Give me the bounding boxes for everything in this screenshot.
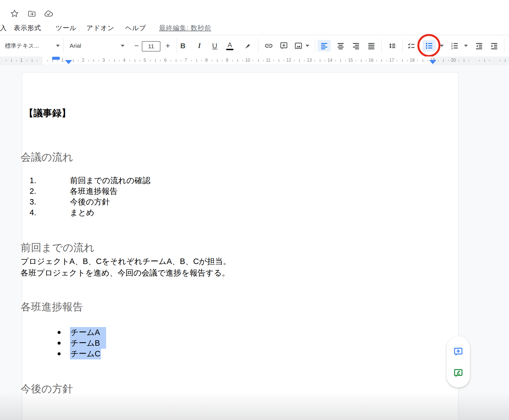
ruler-tick: [181, 60, 181, 61]
insert-image-dropdown[interactable]: [303, 40, 312, 52]
ruler-tick: [57, 60, 58, 61]
align-center-button[interactable]: [334, 40, 347, 52]
first-line-indent-marker[interactable]: [52, 57, 60, 60]
ruler-tick: [88, 60, 89, 61]
numbered-list-button[interactable]: 1 2 3: [448, 40, 461, 52]
selected-list-text: チームA: [70, 327, 101, 338]
align-right-button[interactable]: [349, 40, 363, 52]
right-indent-marker[interactable]: [429, 60, 436, 64]
add-comment-button[interactable]: [277, 40, 290, 52]
ruler-tick: [397, 60, 397, 61]
font-size-input[interactable]: 11: [142, 41, 160, 52]
ruler-tick: [361, 59, 361, 62]
numbered-list-dropdown[interactable]: [462, 40, 470, 52]
list-text: 今後の方針: [70, 197, 110, 208]
ruler-tick: [464, 59, 464, 62]
ruler-tick: [500, 60, 500, 61]
ruler-tick: [119, 60, 120, 61]
list-number: 2.: [22, 187, 36, 196]
paragraph-line: 各班プロジェクトを進め、今回の会議で進捗を報告する。: [21, 267, 230, 279]
checklist-button[interactable]: [405, 40, 418, 52]
ruler-tick: [237, 59, 238, 62]
add-comment-icon: [280, 42, 288, 50]
heading-future-policy: 今後の方針: [21, 382, 73, 396]
list-number: 1.: [22, 176, 36, 185]
ruler-tick: [479, 60, 480, 61]
decrease-indent-button[interactable]: [473, 40, 486, 52]
side-action-pill: [446, 336, 470, 388]
text-color-button[interactable]: A: [223, 40, 236, 52]
suggest-edits-button[interactable]: [453, 368, 463, 378]
insert-link-button[interactable]: [262, 40, 275, 52]
bold-button[interactable]: B: [176, 40, 190, 52]
heading-previous-flow: 前回までの流れ: [21, 241, 95, 255]
google-docs-window: 入 表示形式 ツール アドオン ヘルプ 最終編集: 数秒前 標準テキス... A…: [0, 0, 509, 420]
ruler-tick: [315, 60, 315, 61]
align-left-icon: [320, 42, 328, 50]
ruler-tick: [6, 60, 7, 61]
ruler-tick: [150, 60, 151, 61]
ruler-tick: [448, 60, 449, 61]
ruler-tick: [212, 60, 212, 61]
plus-icon: +: [166, 41, 170, 50]
ruler-tick: [98, 60, 99, 61]
ruler-tick: [140, 60, 140, 61]
paragraph-style-dropdown[interactable]: 標準テキス...: [5, 40, 60, 52]
add-comment-side-button[interactable]: [453, 347, 463, 357]
selected-list-text: チームC: [70, 348, 101, 359]
ruler-tick: [37, 60, 37, 61]
ruler-tick: [484, 59, 485, 62]
list-number: 4.: [22, 208, 36, 217]
align-justify-button[interactable]: [365, 40, 378, 52]
menu-help[interactable]: ヘルプ: [125, 24, 146, 32]
move-folder-button[interactable]: [26, 8, 37, 19]
minus-icon: −: [134, 41, 139, 50]
toolbar-divider: [402, 38, 403, 53]
ruler-number: 12: [283, 58, 294, 63]
chevron-down-icon: [440, 45, 444, 47]
font-dropdown[interactable]: Arial: [70, 40, 125, 52]
last-edit-link[interactable]: 最終編集: 数秒前: [159, 24, 211, 32]
menu-format[interactable]: 表示形式: [14, 24, 41, 32]
ruler-number: 11: [263, 58, 274, 63]
align-left-button[interactable]: [318, 40, 331, 52]
menu-insert-partial[interactable]: 入: [0, 24, 7, 32]
ruler-tick: [217, 59, 217, 62]
ruler-tick: [171, 60, 171, 61]
ruler-tick: [191, 60, 192, 61]
chevron-down-icon: [121, 45, 125, 47]
image-icon: [294, 42, 302, 50]
toolbar-divider: [315, 38, 315, 53]
align-right-icon: [352, 42, 360, 50]
left-indent-marker[interactable]: [65, 60, 72, 64]
ruler-number: 10: [242, 58, 253, 63]
ruler-tick: [284, 60, 284, 61]
list-number: 3.: [22, 197, 36, 206]
increase-indent-button[interactable]: [488, 40, 501, 52]
line-spacing-button[interactable]: [386, 40, 399, 52]
underline-button[interactable]: U: [208, 40, 221, 52]
ruler-number: 2: [78, 58, 89, 63]
highlight-button[interactable]: [240, 40, 253, 52]
ruler-tick: [469, 60, 469, 61]
menu-addons[interactable]: アドオン: [86, 24, 114, 32]
insert-image-button[interactable]: [292, 40, 305, 52]
toolbar-divider: [63, 38, 64, 53]
cloud-status-button[interactable]: [43, 8, 54, 19]
list-text: 各班進捗報告: [70, 186, 118, 197]
list-item: 4. まとめ: [22, 207, 241, 218]
text-color-icon: A: [228, 42, 232, 48]
suggest-edit-icon: [453, 368, 463, 378]
font-size-decrease-button[interactable]: −: [130, 40, 143, 52]
menu-tools[interactable]: ツール: [56, 24, 77, 32]
list-item: 2. 各班進捗報告: [22, 186, 241, 197]
bold-icon: B: [180, 42, 186, 49]
italic-button[interactable]: I: [193, 40, 206, 52]
highlighter-icon: [243, 42, 251, 50]
line-spacing-icon: [388, 42, 396, 50]
ruler-tick: [11, 59, 12, 62]
move-folder-icon: [27, 9, 36, 18]
star-button[interactable]: [9, 8, 20, 19]
heading-progress-report: 各班進捗報告: [21, 300, 83, 314]
font-size-increase-button[interactable]: +: [161, 40, 174, 52]
